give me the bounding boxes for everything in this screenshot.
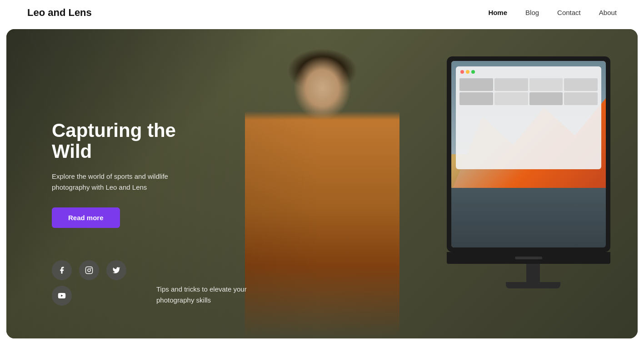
hero-section: Capturing the Wild Explore the world of … [6,29,638,338]
hero-tips: Tips and tricks to elevate your photogra… [156,284,265,306]
nav-link-about[interactable]: About [599,9,617,16]
hero-subtitle: Explore the world of sports and wildlife… [52,171,206,193]
site-logo[interactable]: Leo and Lens [27,7,92,19]
header: Leo and Lens Home Blog Contact About [0,0,644,25]
social-row-top [52,260,126,280]
svg-rect-0 [86,267,93,274]
instagram-icon[interactable] [79,260,99,280]
nav-item-blog[interactable]: Blog [525,9,539,17]
facebook-icon[interactable] [52,260,72,280]
nav-item-about[interactable]: About [599,9,617,17]
svg-point-1 [88,269,90,272]
social-row-bottom [52,286,126,306]
svg-point-2 [90,268,91,269]
nav-link-blog[interactable]: Blog [525,9,539,16]
main-nav: Home Blog Contact About [488,9,617,17]
hero-title: Capturing the Wild [52,120,206,162]
nav-item-home[interactable]: Home [488,9,507,17]
nav-link-contact[interactable]: Contact [557,9,581,16]
nav-item-contact[interactable]: Contact [557,9,581,17]
read-more-button[interactable]: Read more [52,207,120,228]
social-bar [52,260,126,311]
youtube-icon[interactable] [52,286,72,306]
hero-content: Capturing the Wild Explore the world of … [52,120,206,228]
nav-link-home[interactable]: Home [488,9,507,16]
twitter-icon[interactable] [106,260,126,280]
